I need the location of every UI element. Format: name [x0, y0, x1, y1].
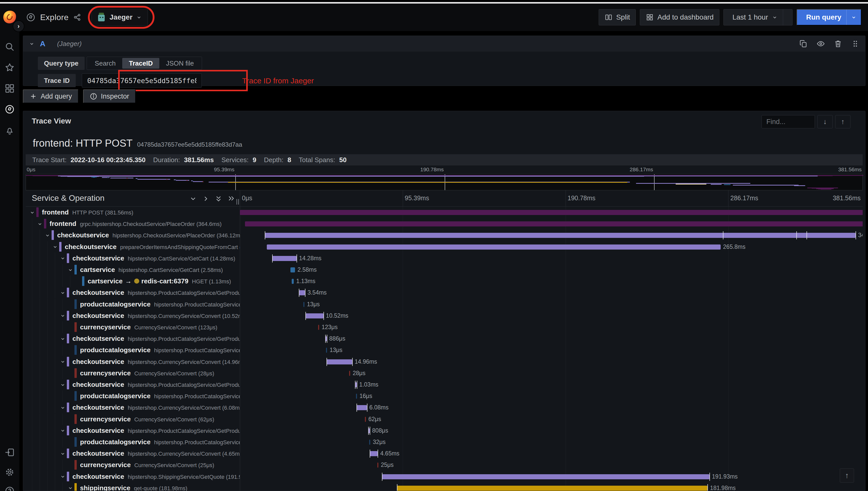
span-row[interactable]: checkoutservicehipstershop.ProductCatalo…: [26, 287, 240, 298]
span-gantt-row[interactable]: 1.13ms: [240, 276, 863, 287]
tab-json-file[interactable]: JSON file: [159, 58, 201, 68]
grafana-logo-icon[interactable]: [3, 11, 16, 23]
sidebar-expand-button[interactable]: ›: [13, 20, 24, 32]
explore-compass-icon[interactable]: [5, 104, 15, 114]
span-bar[interactable]: [327, 359, 352, 365]
span-collapse-chevron-icon[interactable]: [60, 382, 66, 388]
span-collapse-chevron-icon[interactable]: [44, 232, 51, 238]
span-bar[interactable]: [382, 474, 710, 479]
span-collapse-chevron-icon[interactable]: [60, 290, 66, 296]
span-gantt-row[interactable]: 265.8ms: [240, 241, 863, 253]
span-gantt-row[interactable]: 4.65ms: [240, 448, 863, 459]
span-collapse-chevron-icon[interactable]: [60, 451, 66, 457]
time-zoom-out-button[interactable]: [783, 9, 792, 25]
span-gantt-row[interactable]: 14.28ms: [240, 253, 863, 264]
time-range-picker[interactable]: Last 1 hour: [724, 9, 783, 25]
span-collapse-chevron-icon[interactable]: [29, 209, 35, 215]
span-row[interactable]: cartservicehipstershop.CartService/GetCa…: [26, 264, 240, 276]
span-bar[interactable]: [245, 221, 863, 226]
help-icon[interactable]: [5, 486, 15, 491]
search-icon[interactable]: [5, 42, 15, 52]
collapse-all-icon[interactable]: [215, 195, 222, 203]
span-gantt-row[interactable]: 364.6ms: [240, 218, 863, 230]
span-bar[interactable]: [303, 302, 304, 307]
span-bar[interactable]: [365, 417, 366, 422]
span-row[interactable]: currencyserviceCurrencyService/Convert (…: [26, 368, 240, 379]
datasource-picker[interactable]: Jaeger: [91, 9, 148, 26]
alerting-bell-icon[interactable]: [5, 125, 15, 135]
query-row-header[interactable]: A (Jaeger): [23, 36, 865, 52]
span-row[interactable]: frontendHTTP POST (381.56ms): [26, 207, 240, 218]
run-query-button[interactable]: Run query: [797, 9, 861, 25]
span-row[interactable]: currencyserviceCurrencyService/Convert (…: [26, 321, 240, 333]
span-row[interactable]: cartservice→redis-cart:6379HGET (1.13ms): [26, 276, 240, 287]
span-bar[interactable]: [349, 371, 350, 376]
span-bar[interactable]: [369, 440, 370, 445]
share-icon[interactable]: [73, 13, 81, 21]
span-bar[interactable]: [370, 451, 378, 456]
span-bar[interactable]: [318, 325, 319, 330]
span-bar[interactable]: [305, 313, 324, 318]
span-row[interactable]: checkoutservicehipstershop.ProductCatalo…: [26, 333, 240, 344]
span-row[interactable]: checkoutservicehipstershop.ProductCatalo…: [26, 379, 240, 391]
span-gantt-row[interactable]: 6.08ms: [240, 402, 863, 413]
find-input[interactable]: [761, 115, 815, 128]
span-row[interactable]: productcatalogservicehipstershop.Product…: [26, 299, 240, 310]
span-gantt-row[interactable]: [240, 207, 863, 218]
add-query-button[interactable]: Add query: [23, 89, 79, 103]
span-collapse-chevron-icon[interactable]: [37, 221, 43, 227]
span-row[interactable]: frontendgrpc.hipstershop.CheckoutService…: [26, 218, 240, 230]
span-row[interactable]: currencyserviceCurrencyService/Convert (…: [26, 413, 240, 425]
span-row[interactable]: productcatalogservicehipstershop.Product…: [26, 436, 240, 448]
span-bar[interactable]: [397, 486, 708, 491]
scroll-to-top-button[interactable]: ↑: [840, 468, 854, 483]
span-row[interactable]: checkoutservicehipstershop.CurrencyServi…: [26, 448, 240, 459]
find-next-button[interactable]: ↓: [817, 115, 833, 128]
span-collapse-chevron-icon[interactable]: [60, 336, 66, 342]
span-collapse-chevron-icon[interactable]: [60, 428, 66, 434]
span-row[interactable]: productcatalogservicehipstershop.Product…: [26, 391, 240, 402]
expand-all-icon[interactable]: [228, 195, 235, 203]
delete-query-trash-icon[interactable]: [834, 39, 842, 48]
drag-handle-icon[interactable]: [851, 39, 860, 48]
tab-traceid[interactable]: TraceID: [122, 58, 159, 68]
starred-icon[interactable]: [5, 62, 15, 73]
minimap-body[interactable]: [26, 174, 863, 190]
span-bar[interactable]: [299, 290, 305, 295]
collapse-one-icon[interactable]: [189, 195, 197, 203]
span-gantt-row[interactable]: 886μs: [240, 333, 863, 344]
span-gantt-row[interactable]: 191.93ms: [240, 471, 863, 482]
span-gantt-row[interactable]: 181.98ms: [240, 482, 863, 491]
span-collapse-chevron-icon[interactable]: [67, 267, 73, 273]
span-gantt-row[interactable]: 14.96ms: [240, 356, 863, 368]
collapse-query-icon[interactable]: [29, 41, 35, 47]
span-gantt-row[interactable]: 13μs: [240, 344, 863, 356]
span-bar[interactable]: [292, 279, 294, 284]
span-gantt-row[interactable]: 25μs: [240, 459, 863, 471]
span-bar[interactable]: [291, 267, 295, 272]
span-collapse-chevron-icon[interactable]: [60, 313, 66, 319]
span-gantt-row[interactable]: 62μs: [240, 413, 863, 425]
duplicate-query-icon[interactable]: [799, 39, 808, 48]
dashboards-icon[interactable]: [5, 83, 15, 93]
trace-timeline-minimap[interactable]: 0μs95.39ms190.78ms286.17ms381.56ms: [26, 166, 863, 190]
span-row[interactable]: checkoutservicehipstershop.CurrencyServi…: [26, 356, 240, 368]
span-gantt-row[interactable]: 16μs: [240, 391, 863, 402]
span-row[interactable]: checkoutserviceprepareOrderItemsAndShipp…: [26, 241, 240, 253]
span-row[interactable]: currencyserviceCurrencyService/Convert (…: [26, 459, 240, 471]
span-gantt-row[interactable]: 28μs: [240, 368, 863, 379]
span-row[interactable]: checkoutservicehipstershop.CurrencyServi…: [26, 310, 240, 321]
span-collapse-chevron-icon[interactable]: [60, 358, 66, 365]
span-row[interactable]: checkoutservicehipstershop.CurrencyServi…: [26, 402, 240, 413]
span-row[interactable]: productcatalogservicehipstershop.Product…: [26, 344, 240, 356]
span-gantt-row[interactable]: 1.03ms: [240, 379, 863, 391]
inspector-button[interactable]: Inspector: [83, 89, 136, 103]
span-gantt-row[interactable]: 346.12ms: [240, 230, 863, 241]
span-collapse-chevron-icon[interactable]: [60, 473, 66, 480]
span-row[interactable]: checkoutservicehipstershop.CheckoutServi…: [26, 230, 240, 241]
span-gantt-row[interactable]: 32μs: [240, 436, 863, 448]
span-row[interactable]: checkoutservicehipstershop.ShippingServi…: [26, 471, 240, 482]
add-to-dashboard-button[interactable]: Add to dashboard: [640, 9, 719, 25]
span-bar[interactable]: [377, 463, 378, 468]
span-gantt-row[interactable]: 123μs: [240, 321, 863, 333]
